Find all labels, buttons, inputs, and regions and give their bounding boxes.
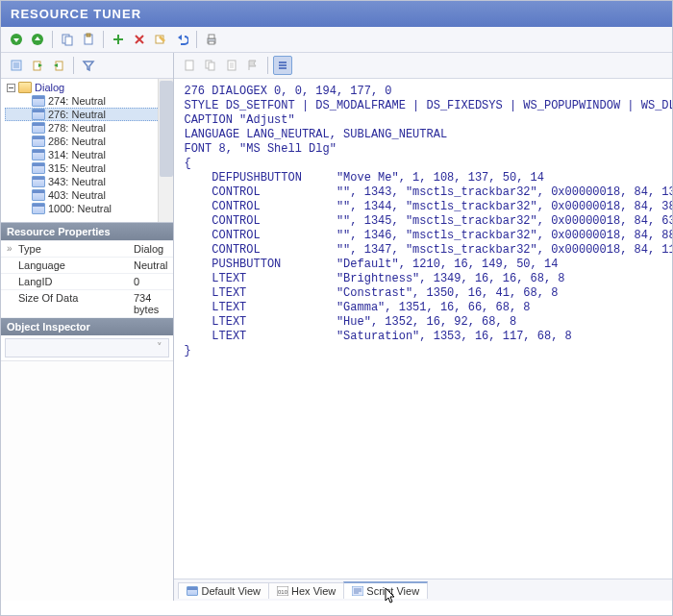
- filter-icon[interactable]: [79, 56, 98, 75]
- tab-label: Default View: [201, 585, 261, 597]
- tree-item[interactable]: 1000: Neutral: [5, 202, 169, 215]
- delete-icon[interactable]: [130, 30, 149, 49]
- property-key: Language: [18, 259, 134, 271]
- tree-item[interactable]: 315: Neutral: [5, 161, 169, 175]
- separator: [267, 57, 268, 74]
- property-key: LangID: [18, 276, 134, 287]
- tree-root-label: Dialog: [35, 82, 64, 93]
- flag-icon[interactable]: [243, 56, 262, 75]
- property-value: 734 bytes: [134, 292, 167, 315]
- dialog-icon: [32, 176, 45, 187]
- tree-item-label: 286: Neutral: [48, 136, 106, 147]
- view-tabs: Default View 010 Hex View Script View: [174, 579, 673, 601]
- tree-item-label: 314: Neutral: [48, 149, 106, 160]
- page-icon[interactable]: [180, 56, 199, 75]
- script-code-area[interactable]: 276 DIALOGEX 0, 0, 194, 177, 0 STYLE DS_…: [174, 79, 673, 579]
- tree-item[interactable]: 343: Neutral: [5, 175, 169, 188]
- tree-item-label: 278: Neutral: [48, 122, 106, 134]
- tree-scrollbar[interactable]: [158, 79, 173, 222]
- property-row[interactable]: Size Of Data734 bytes: [1, 290, 173, 318]
- arrow-icon: »: [7, 243, 18, 255]
- dialog-icon: [187, 586, 198, 596]
- add-icon[interactable]: [109, 30, 128, 49]
- arrow-icon: [7, 276, 18, 287]
- inspector-body: [1, 361, 173, 601]
- main-toolbar: [1, 27, 672, 53]
- dialog-icon: [32, 95, 45, 107]
- property-key: Type: [18, 243, 134, 255]
- tree-item[interactable]: 278: Neutral: [5, 121, 169, 135]
- right-subtoolbar: [174, 53, 673, 79]
- resource-tree[interactable]: Dialog 274: Neutral276: Neutral278: Neut…: [1, 79, 173, 222]
- property-value: 0: [134, 276, 167, 287]
- list-icon[interactable]: [7, 56, 26, 75]
- tree-item-label: 276: Neutral: [48, 109, 106, 120]
- dialog-icon: [32, 122, 45, 134]
- svg-rect-8: [209, 35, 214, 38]
- svg-rect-5: [87, 34, 90, 37]
- text-view-icon[interactable]: [273, 56, 292, 75]
- svg-text:010: 010: [278, 589, 288, 595]
- property-value: Dialog: [134, 243, 167, 255]
- tree-root-dialog[interactable]: Dialog: [5, 81, 169, 94]
- svg-rect-9: [209, 41, 214, 44]
- dialog-icon: [32, 189, 45, 201]
- separator: [196, 31, 197, 48]
- property-key: Size Of Data: [18, 292, 134, 315]
- import-icon[interactable]: [49, 56, 68, 75]
- dialog-icon: [32, 149, 45, 160]
- property-row[interactable]: LangID0: [1, 274, 173, 290]
- tab-label: Script View: [366, 585, 419, 597]
- edit-icon[interactable]: [151, 30, 170, 49]
- script-icon: [352, 586, 363, 596]
- export-icon[interactable]: [28, 56, 47, 75]
- arrow-icon: [7, 259, 18, 271]
- dialog-icon: [32, 136, 45, 147]
- tree-item-label: 343: Neutral: [48, 176, 106, 187]
- undo-icon[interactable]: [172, 30, 191, 49]
- dialog-icon: [32, 109, 45, 120]
- paste-icon[interactable]: [79, 30, 98, 49]
- tree-item[interactable]: 403: Neutral: [5, 188, 169, 202]
- arrow-icon: [7, 292, 18, 315]
- svg-rect-15: [209, 62, 214, 70]
- svg-rect-13: [186, 61, 193, 70]
- tree-item[interactable]: 274: Neutral: [5, 94, 169, 108]
- property-row[interactable]: LanguageNeutral: [1, 258, 173, 274]
- hex-icon: 010: [277, 586, 288, 596]
- folder-icon: [18, 82, 32, 93]
- separator: [103, 31, 104, 48]
- inspector-header: Object Inspector: [1, 318, 173, 335]
- tree-item-label: 274: Neutral: [48, 95, 106, 107]
- window-title: RESOURCE TUNER: [1, 1, 672, 27]
- property-row[interactable]: »TypeDialog: [1, 240, 173, 258]
- tree-item[interactable]: 276: Neutral: [5, 108, 169, 121]
- tab-script-view[interactable]: Script View: [343, 581, 428, 599]
- dialog-icon: [32, 162, 45, 174]
- arrow-up-icon[interactable]: [28, 30, 47, 49]
- tree-item[interactable]: 314: Neutral: [5, 148, 169, 161]
- scroll-thumb[interactable]: [160, 81, 173, 177]
- tree-item[interactable]: 286: Neutral: [5, 135, 169, 148]
- left-subtoolbar: [1, 53, 173, 79]
- dialog-icon: [32, 203, 45, 214]
- tree-item-label: 403: Neutral: [48, 189, 106, 201]
- properties-grid: »TypeDialogLanguageNeutralLangID0Size Of…: [1, 240, 173, 318]
- copy-icon[interactable]: [58, 30, 77, 49]
- separator: [73, 57, 74, 74]
- separator: [52, 31, 53, 48]
- tree-item-label: 1000: Neutral: [48, 203, 112, 214]
- tab-hex-view[interactable]: 010 Hex View: [268, 582, 344, 599]
- svg-rect-3: [65, 37, 72, 45]
- print-icon[interactable]: [202, 30, 221, 49]
- collapse-icon[interactable]: [7, 84, 15, 92]
- arrow-down-icon[interactable]: [7, 30, 26, 49]
- doc-icon[interactable]: [222, 56, 241, 75]
- properties-header: Resource Properties: [1, 223, 173, 240]
- tree-item-label: 315: Neutral: [48, 162, 106, 174]
- tab-label: Hex View: [291, 585, 336, 597]
- tab-default-view[interactable]: Default View: [178, 582, 269, 599]
- property-value: Neutral: [134, 259, 167, 271]
- inspector-dropdown[interactable]: [5, 338, 169, 357]
- copy2-icon[interactable]: [201, 56, 220, 75]
